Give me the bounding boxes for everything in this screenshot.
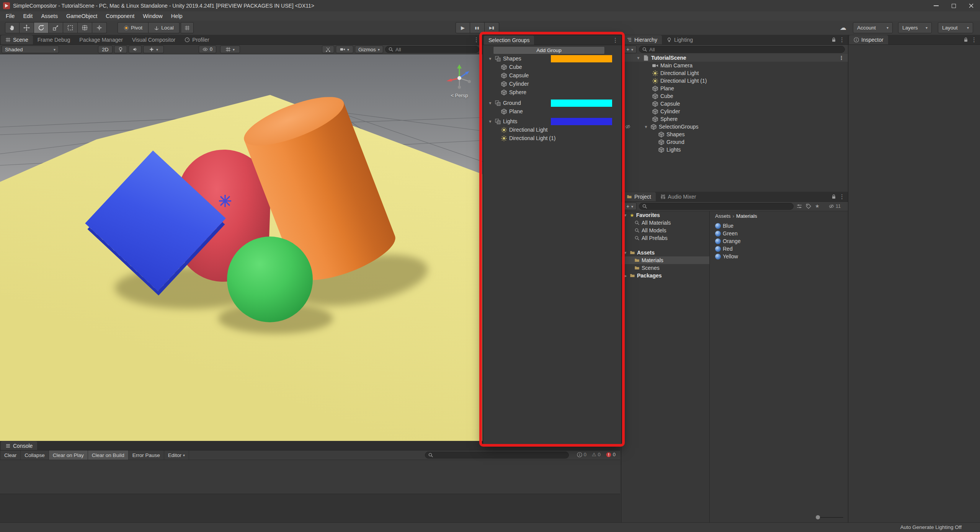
pivot-toggle[interactable]: Pivot <box>118 22 149 33</box>
console-detail-area[interactable] <box>0 494 620 523</box>
tab-hierarchy[interactable]: Hierarchy <box>622 35 662 44</box>
sphere-object[interactable] <box>227 237 313 322</box>
custom-tool-button[interactable] <box>92 22 107 33</box>
scene-viewport[interactable]: < Persp <box>0 54 482 441</box>
foldout-icon[interactable]: ▼ <box>488 119 493 124</box>
breadcrumb-assets[interactable]: Assets <box>715 213 731 219</box>
group-member-directional-light[interactable]: Directional Light <box>483 126 621 134</box>
create-asset-dropdown[interactable]: +▾ <box>623 202 637 210</box>
scene-tools-button[interactable] <box>322 46 334 53</box>
scene-lighting-toggle[interactable] <box>114 46 127 53</box>
rect-tool-button[interactable] <box>63 22 78 33</box>
packages-folder-header[interactable]: ▶ Packages <box>621 272 709 279</box>
hierarchy-item-selectiongroups[interactable]: ▼ SelectionGroups <box>621 123 848 131</box>
console-search-input[interactable] <box>425 452 569 459</box>
console-warning-toggle[interactable]: ⚠ 0 <box>592 452 601 457</box>
menu-edit[interactable]: Edit <box>19 13 37 19</box>
panel-menu-icon[interactable]: ⋮ <box>839 193 845 200</box>
console-log-list[interactable] <box>0 460 620 494</box>
foldout-icon[interactable]: ▼ <box>623 251 628 255</box>
console-error-pause-toggle[interactable]: Error Pause <box>129 450 164 460</box>
orientation-gizmo[interactable] <box>444 62 475 93</box>
group-member-capsule[interactable]: Capsule <box>483 72 621 79</box>
asset-material-green[interactable]: Green <box>710 230 848 237</box>
scene-visibility-toggle[interactable]: 0 <box>199 46 216 53</box>
panel-menu-icon[interactable]: ⋮ <box>971 36 977 43</box>
menu-gameobject[interactable]: GameObject <box>62 13 101 19</box>
console-clear-button[interactable]: Clear <box>0 450 21 460</box>
thumbnail-zoom-slider[interactable] <box>816 515 843 520</box>
hierarchy-item-ground[interactable]: Ground <box>621 138 848 146</box>
lock-icon[interactable] <box>963 37 969 42</box>
layout-dropdown[interactable]: Layout▾ <box>938 22 973 33</box>
group-member-directional-light-1[interactable]: Directional Light (1) <box>483 134 621 142</box>
favorites-all-models[interactable]: All Models <box>621 227 709 234</box>
group-member-cylinder[interactable]: Cylinder <box>483 80 621 88</box>
group-color-swatch[interactable] <box>551 55 612 62</box>
eye-off-icon[interactable] <box>625 124 630 129</box>
create-object-dropdown[interactable]: +▾ <box>623 46 637 53</box>
hidden-packages-toggle[interactable]: 11 <box>829 203 841 209</box>
folder-scenes[interactable]: Scenes <box>621 264 709 272</box>
console-clear-on-build-toggle[interactable]: Clear on Build <box>88 450 129 460</box>
hand-tool-button[interactable] <box>5 22 20 33</box>
group-member-cube[interactable]: Cube <box>483 63 621 71</box>
auto-generate-lighting-button[interactable]: Auto Generate Lighting Off <box>900 524 962 530</box>
favorite-star-icon[interactable]: ★ <box>815 203 820 209</box>
tab-frame-debug[interactable]: Frame Debug <box>33 35 75 44</box>
console-info-toggle[interactable]: 0 <box>577 452 586 457</box>
favorites-header[interactable]: ▼ ★ Favorites <box>621 211 709 219</box>
close-button[interactable] <box>962 0 980 11</box>
menu-help[interactable]: Help <box>167 13 187 19</box>
hierarchy-item-capsule[interactable]: Capsule <box>621 100 848 108</box>
foldout-icon[interactable]: ▼ <box>644 125 648 129</box>
lock-icon[interactable] <box>831 194 836 199</box>
tab-package-manager[interactable]: Package Manager <box>75 35 127 44</box>
account-dropdown[interactable]: Account▾ <box>853 22 893 33</box>
tab-profiler[interactable]: Profiler <box>180 35 214 44</box>
hierarchy-item-plane[interactable]: Plane <box>621 85 848 92</box>
search-by-type-icon[interactable] <box>797 204 802 209</box>
scene-effects-dropdown[interactable]: ▾ <box>143 46 164 53</box>
console-collapse-toggle[interactable]: Collapse <box>21 450 49 460</box>
hierarchy-item-shapes[interactable]: Shapes <box>621 131 848 138</box>
group-member-sphere[interactable]: Sphere <box>483 88 621 96</box>
minimize-button[interactable] <box>927 0 945 11</box>
pause-button[interactable]: ▮▮ <box>470 22 485 33</box>
cloud-services-button[interactable]: ☁ <box>840 24 846 32</box>
panel-menu-icon[interactable]: ⋮ <box>474 36 479 43</box>
transform-tool-button[interactable] <box>78 22 92 33</box>
scene-options-icon[interactable]: ⋮ <box>839 55 844 61</box>
scale-tool-button[interactable] <box>49 22 63 33</box>
group-color-swatch[interactable] <box>551 100 612 107</box>
scene-audio-toggle[interactable] <box>129 46 142 53</box>
local-toggle[interactable]: Local <box>149 22 180 33</box>
menu-component[interactable]: Component <box>101 13 139 19</box>
hierarchy-item-main-camera[interactable]: Main Camera <box>621 62 848 69</box>
console-error-toggle[interactable]: 0 <box>606 452 616 457</box>
menu-file[interactable]: File <box>2 13 19 19</box>
hierarchy-item-lights[interactable]: Lights <box>621 146 848 153</box>
foldout-icon[interactable]: ▼ <box>488 57 493 61</box>
tab-project[interactable]: Project <box>622 192 656 201</box>
folder-materials[interactable]: Materials <box>621 256 709 264</box>
play-button[interactable]: ▶ <box>456 22 470 33</box>
add-group-button[interactable]: Add Group <box>493 46 605 54</box>
scene-search-input[interactable]: All <box>385 46 479 53</box>
console-clear-on-play-toggle[interactable]: Clear on Play <box>49 450 88 460</box>
tab-visual-compositor[interactable]: Visual Compositor <box>127 35 180 44</box>
step-button[interactable]: ▶▮ <box>485 22 499 33</box>
project-search-input[interactable] <box>639 203 794 210</box>
layers-dropdown[interactable]: Layers▾ <box>898 22 932 33</box>
hierarchy-scene-row[interactable]: ▼ TutorialScene ⋮ <box>621 54 848 62</box>
scene-grid-dropdown[interactable]: ▾ <box>220 46 240 53</box>
persp-label[interactable]: < Persp <box>443 93 475 98</box>
asset-material-red[interactable]: Red <box>710 245 848 253</box>
foldout-icon[interactable]: ▼ <box>623 213 628 217</box>
panel-menu-icon[interactable]: ⋮ <box>839 36 845 43</box>
foldout-icon[interactable]: ▼ <box>488 101 493 105</box>
maximize-button[interactable] <box>945 0 962 11</box>
hierarchy-item-sphere[interactable]: Sphere <box>621 115 848 123</box>
foldout-icon[interactable]: ▶ <box>623 274 628 278</box>
hierarchy-item-directional-light-1[interactable]: Directional Light (1) <box>621 77 848 85</box>
